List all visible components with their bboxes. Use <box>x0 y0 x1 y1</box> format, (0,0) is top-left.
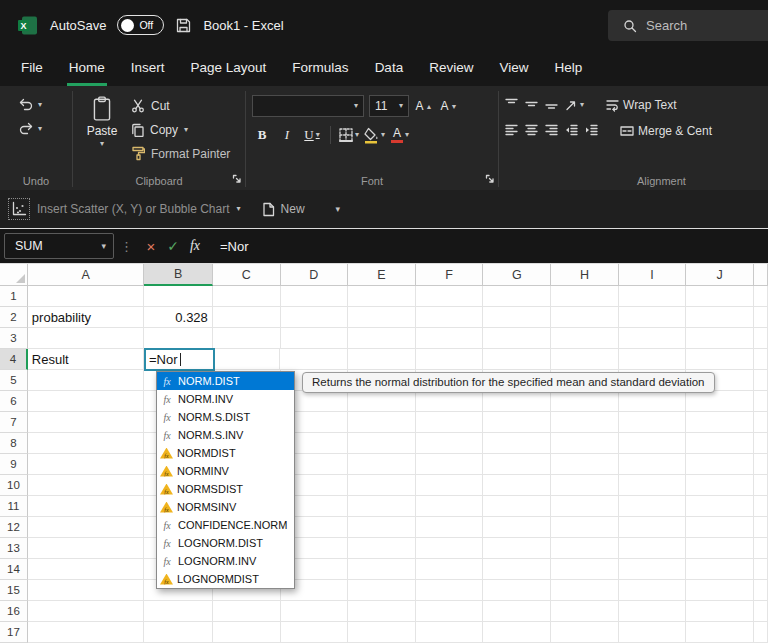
cell-E15[interactable] <box>348 580 416 601</box>
autocomplete-item-norm-s-inv[interactable]: fxNORM.S.INV <box>157 426 294 444</box>
font-name-combobox[interactable]: ▾ <box>252 95 364 117</box>
tab-file[interactable]: File <box>8 50 56 86</box>
cell-H8[interactable] <box>551 433 619 454</box>
select-all-corner[interactable] <box>0 264 28 286</box>
cell-J16[interactable] <box>686 601 754 622</box>
cell-H14[interactable] <box>551 559 619 580</box>
cell-G1[interactable] <box>483 286 551 307</box>
row-header-3[interactable]: 3 <box>0 328 28 349</box>
cell-E17[interactable] <box>348 622 416 643</box>
cell-B1[interactable] <box>144 286 213 307</box>
cell-E1[interactable] <box>348 286 416 307</box>
cell-F2[interactable] <box>416 307 484 328</box>
clipboard-dialog-launcher-icon[interactable] <box>232 169 241 187</box>
cell-A13[interactable] <box>28 538 144 559</box>
cell-A3[interactable] <box>28 328 144 349</box>
cell-B16[interactable] <box>144 601 213 622</box>
cell-A8[interactable] <box>28 433 144 454</box>
cell-G8[interactable] <box>483 433 551 454</box>
row-header-7[interactable]: 7 <box>0 412 28 433</box>
cell-E14[interactable] <box>348 559 416 580</box>
row-header-8[interactable]: 8 <box>0 433 28 454</box>
cell-F11[interactable] <box>416 496 484 517</box>
row-header-16[interactable]: 16 <box>0 601 28 622</box>
increase-font-size-button[interactable]: A▲ <box>414 95 434 117</box>
tab-data[interactable]: Data <box>362 50 417 86</box>
cell-J1[interactable] <box>686 286 754 307</box>
cell-G17[interactable] <box>483 622 551 643</box>
fill-color-button[interactable]: ▾ <box>364 124 385 146</box>
decrease-indent-icon[interactable] <box>565 122 578 140</box>
cell-A17[interactable] <box>28 622 144 643</box>
align-top-icon[interactable] <box>505 96 518 114</box>
cell-F3[interactable] <box>416 328 484 349</box>
cell-J17[interactable] <box>686 622 754 643</box>
row-header-5[interactable]: 5 <box>0 370 28 391</box>
row-header-1[interactable]: 1 <box>0 286 28 307</box>
row-header-13[interactable]: 13 <box>0 538 28 559</box>
column-header-G[interactable]: G <box>483 264 551 286</box>
cell-J6[interactable] <box>686 391 754 412</box>
align-center-icon[interactable] <box>525 122 538 140</box>
cell-editor-B4[interactable]: =Nor <box>144 348 215 371</box>
merge-center-button[interactable]: Merge & Cent <box>620 124 712 138</box>
cell-E13[interactable] <box>348 538 416 559</box>
cell-A14[interactable] <box>28 559 144 580</box>
cell-J2[interactable] <box>686 307 754 328</box>
cell-E8[interactable] <box>348 433 416 454</box>
cell-D3[interactable] <box>281 328 349 349</box>
cell-E11[interactable] <box>348 496 416 517</box>
cell-E12[interactable] <box>348 517 416 538</box>
cell-H1[interactable] <box>551 286 619 307</box>
font-color-button[interactable]: A ▾ <box>390 124 410 146</box>
cell-J4[interactable] <box>686 349 754 370</box>
cell-G16[interactable] <box>483 601 551 622</box>
cell-H4[interactable] <box>551 349 619 370</box>
cell-F1[interactable] <box>416 286 484 307</box>
cell-E9[interactable] <box>348 454 416 475</box>
tab-help[interactable]: Help <box>541 50 595 86</box>
cell-I12[interactable] <box>619 517 687 538</box>
cell-C4[interactable] <box>213 349 281 370</box>
cell-J9[interactable] <box>686 454 754 475</box>
cell-G10[interactable] <box>483 475 551 496</box>
cell-J12[interactable] <box>686 517 754 538</box>
row-header-2[interactable]: 2 <box>0 307 28 328</box>
tab-view[interactable]: View <box>486 50 541 86</box>
wrap-text-button[interactable]: Wrap Text <box>606 98 677 112</box>
cell-C17[interactable] <box>213 622 281 643</box>
align-bottom-icon[interactable] <box>545 96 558 114</box>
new-button[interactable]: New <box>262 202 305 217</box>
cell-G11[interactable] <box>483 496 551 517</box>
row-header-6[interactable]: 6 <box>0 391 28 412</box>
autocomplete-item-lognorm-dist[interactable]: fxLOGNORM.DIST <box>157 534 294 552</box>
column-header-J[interactable]: J <box>686 264 754 286</box>
cell-I6[interactable] <box>619 391 687 412</box>
paste-button[interactable]: Paste ▾ <box>79 93 125 164</box>
font-dialog-launcher-icon[interactable] <box>485 169 494 187</box>
cell-A5[interactable] <box>28 370 144 391</box>
cell-F7[interactable] <box>416 412 484 433</box>
cell-D1[interactable] <box>281 286 349 307</box>
cell-F16[interactable] <box>416 601 484 622</box>
cell-G4[interactable] <box>483 349 551 370</box>
name-box[interactable]: SUM ▾ <box>4 233 114 259</box>
tab-review[interactable]: Review <box>416 50 486 86</box>
cell-E2[interactable] <box>348 307 416 328</box>
cell-G15[interactable] <box>483 580 551 601</box>
cell-E16[interactable] <box>348 601 416 622</box>
cell-J8[interactable] <box>686 433 754 454</box>
cell-I3[interactable] <box>619 328 687 349</box>
autocomplete-item-normsdist[interactable]: fxNORMSDIST <box>157 480 294 498</box>
cell-J11[interactable] <box>686 496 754 517</box>
autocomplete-item-lognorm-inv[interactable]: fxLOGNORM.INV <box>157 552 294 570</box>
cell-B17[interactable] <box>144 622 213 643</box>
cell-F14[interactable] <box>416 559 484 580</box>
cell-I15[interactable] <box>619 580 687 601</box>
enter-icon[interactable]: ✓ <box>162 238 184 254</box>
cell-C1[interactable] <box>213 286 281 307</box>
formula-bar-handle-icon[interactable]: ⋮ <box>120 239 133 254</box>
column-header-E[interactable]: E <box>348 264 416 286</box>
cell-I4[interactable] <box>619 349 687 370</box>
cell-F17[interactable] <box>416 622 484 643</box>
